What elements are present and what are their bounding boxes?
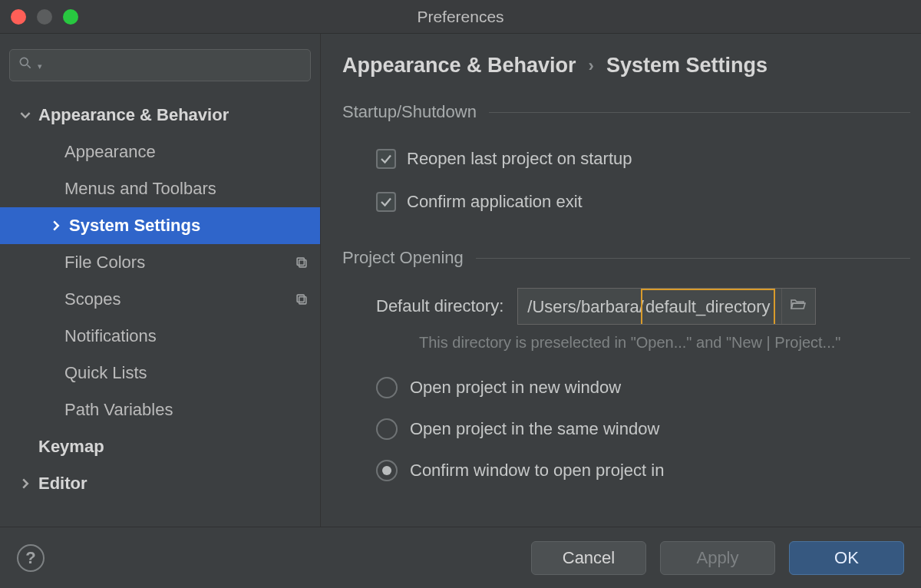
svg-point-0 [20, 58, 28, 65]
close-window-button[interactable] [11, 9, 26, 25]
chevron-right-icon: › [589, 56, 594, 76]
radio-open-new-window[interactable] [376, 377, 398, 398]
chevron-right-icon [48, 220, 64, 231]
chevron-right-icon [17, 478, 34, 489]
sidebar-item-label: Notifications [64, 326, 157, 346]
section-title: Project Opening [342, 248, 464, 268]
preferences-footer: ? Cancel Apply OK [0, 527, 921, 588]
radio-label: Open project in new window [410, 378, 621, 398]
help-icon: ? [25, 548, 35, 568]
radio-open-same-window[interactable] [376, 418, 398, 440]
default-directory-input[interactable]: /Users/barbara/default_directory [518, 289, 781, 324]
divider [476, 258, 910, 259]
sidebar-item-label: Quick Lists [64, 363, 147, 383]
svg-line-1 [28, 65, 31, 68]
help-button[interactable]: ? [17, 544, 45, 572]
apply-button[interactable]: Apply [660, 541, 775, 575]
copy-icon [294, 292, 309, 307]
sidebar-item-label: Menus and Toolbars [64, 179, 216, 199]
minimize-window-button[interactable] [37, 9, 52, 25]
preferences-tree: Appearance & Behavior Appearance Menus a… [0, 89, 320, 502]
preferences-main: Appearance & Behavior › System Settings … [321, 34, 921, 527]
chevron-down-icon [17, 110, 34, 121]
svg-rect-5 [297, 295, 304, 302]
zoom-window-button[interactable] [63, 9, 78, 25]
checkbox-confirm-exit[interactable] [376, 192, 396, 212]
sidebar-item-editor[interactable]: Editor [0, 465, 320, 502]
sidebar-item-label: File Colors [64, 253, 145, 273]
section-startup-shutdown: Startup/Shutdown [342, 102, 910, 122]
search-input[interactable]: ▾ [9, 49, 311, 81]
checkbox-label: Confirm application exit [407, 192, 583, 212]
radio-confirm-window[interactable] [376, 460, 398, 481]
window-title: Preferences [417, 8, 503, 26]
copy-icon [294, 255, 309, 270]
sidebar-item-scopes[interactable]: Scopes [0, 281, 320, 318]
preferences-sidebar: ▾ Appearance & Behavior Appearance Menus… [0, 34, 321, 527]
cancel-button[interactable]: Cancel [531, 541, 646, 575]
sidebar-item-label: Path Variables [64, 400, 173, 420]
preferences-window: Preferences ▾ Appearance & Behavior [0, 0, 921, 588]
sidebar-item-label: Keymap [38, 437, 104, 457]
sidebar-item-notifications[interactable]: Notifications [0, 318, 320, 355]
sidebar-item-appearance-behavior[interactable]: Appearance & Behavior [0, 97, 320, 134]
sidebar-item-label: Scopes [64, 289, 120, 309]
section-title: Startup/Shutdown [342, 102, 477, 122]
sidebar-item-keymap[interactable]: Keymap [0, 428, 320, 465]
radio-label: Confirm window to open project in [410, 461, 664, 481]
sidebar-item-appearance[interactable]: Appearance [0, 134, 320, 170]
sidebar-item-path-variables[interactable]: Path Variables [0, 391, 320, 428]
radio-label: Open project in the same window [410, 419, 659, 439]
default-directory-label: Default directory: [376, 296, 503, 316]
sidebar-item-label: Appearance [64, 142, 156, 162]
browse-directory-button[interactable] [781, 289, 815, 324]
checkbox-label: Reopen last project on startup [407, 149, 632, 169]
sidebar-item-label: System Settings [69, 216, 200, 236]
default-directory-helper: This directory is preselected in "Open..… [342, 325, 910, 352]
section-project-opening: Project Opening [342, 248, 910, 268]
breadcrumb-current: System Settings [606, 54, 768, 78]
search-icon [18, 55, 33, 75]
window-controls [11, 9, 78, 25]
sidebar-item-label: Editor [38, 474, 87, 494]
sidebar-item-system-settings[interactable]: System Settings [0, 207, 320, 244]
dir-path-highlighted: default_directory [641, 289, 775, 325]
sidebar-item-menus-toolbars[interactable]: Menus and Toolbars [0, 170, 320, 207]
sidebar-item-quick-lists[interactable]: Quick Lists [0, 355, 320, 391]
breadcrumb-parent[interactable]: Appearance & Behavior [342, 54, 576, 78]
ok-button[interactable]: OK [789, 541, 904, 575]
dir-path-prefix: /Users/barbara/ [527, 297, 644, 316]
sidebar-item-label: Appearance & Behavior [38, 105, 229, 125]
svg-rect-2 [299, 260, 306, 267]
svg-rect-3 [297, 258, 304, 265]
search-dropdown-icon[interactable]: ▾ [38, 61, 42, 71]
folder-open-icon [789, 295, 807, 318]
sidebar-item-file-colors[interactable]: File Colors [0, 244, 320, 281]
divider [489, 112, 910, 113]
breadcrumb: Appearance & Behavior › System Settings [321, 48, 921, 82]
checkbox-reopen-last-project[interactable] [376, 149, 396, 169]
svg-rect-4 [299, 297, 306, 304]
titlebar: Preferences [0, 0, 921, 34]
